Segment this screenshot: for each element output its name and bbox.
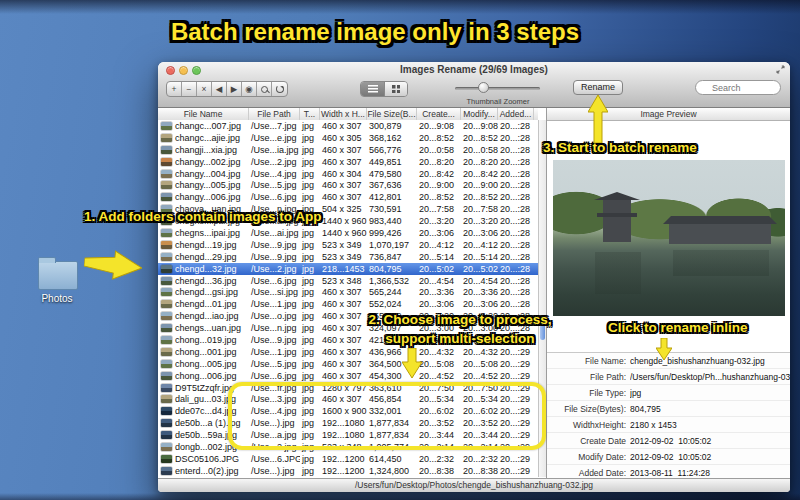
remove-button[interactable]: − (182, 82, 197, 96)
info-field: File Size(Bytes):804,795 (547, 401, 790, 417)
cell-created: 20...5:02 (417, 264, 461, 274)
thumbnail-zoomer-label: Thumbnail Zoomer (448, 97, 548, 106)
close-button[interactable] (166, 66, 175, 75)
cell-created: 20...4:52 (417, 371, 461, 381)
cell-modified: 20...5:08 (461, 359, 498, 369)
search-input[interactable] (695, 80, 781, 95)
info-field: File Type:jpg (547, 385, 790, 401)
list-view-button[interactable] (361, 82, 384, 96)
column-header[interactable]: Create... (417, 108, 461, 120)
cell-created: 20...3:36 (417, 287, 461, 297)
table-row[interactable]: changc...007.jpg/Use...7.jpgjpg460 x 307… (158, 120, 538, 132)
cell-file-name: DSC05106.JPG (158, 454, 249, 464)
cell-added: 20...:28 (498, 216, 534, 226)
table-row[interactable]: chengd...gsi.jpg/Use...si.jpgjpg460 x 30… (158, 286, 538, 298)
table-row[interactable]: chengd...19.jpg/Use...9.jpgjpg523 x 3491… (158, 239, 538, 251)
cell-modified: 20...5:14 (461, 252, 498, 262)
column-header[interactable]: File Size(B... (367, 108, 417, 120)
file-thumbnail (161, 193, 172, 201)
table-row[interactable]: changc...ajie.jpg/Use...e.jpgjpg460 x 30… (158, 132, 538, 144)
file-name-text: D9T5tZzqfr.jpg (175, 383, 234, 393)
cell-file-name: chengd...19.jpg (158, 240, 249, 250)
delete-button[interactable]: × (197, 82, 212, 96)
cell-type: jpg (300, 347, 320, 357)
cell-created: 20...3:06 (417, 228, 461, 238)
table-row[interactable]: chengd...32.jpg/Use...2.jpgjpg218...1453… (158, 263, 538, 275)
cell-file-path: /Use...6.jpg (249, 276, 300, 286)
table-row[interactable]: chengd...01.jpg/Use...1.jpgjpg460 x 3075… (158, 298, 538, 310)
table-row[interactable]: changy...005.jpg/Use...5.jpgjpg460 x 307… (158, 179, 538, 191)
zoom-window-button[interactable] (192, 66, 201, 75)
zoom-button[interactable] (257, 82, 272, 96)
table-row[interactable]: chegns...ipai.jpg/Use...ai.jpgjpg1440 x … (158, 227, 538, 239)
column-header[interactable]: File Path (249, 108, 300, 120)
cell-file-name: chengd...29.jpg (158, 252, 249, 262)
column-header[interactable]: T... (300, 108, 320, 120)
file-thumbnail (161, 384, 172, 392)
photos-folder-icon[interactable] (38, 261, 78, 290)
cell-modified: 20...4:12 (461, 240, 498, 250)
column-header[interactable]: Width x H... (320, 108, 367, 120)
table-row[interactable]: chengd...36.jpg/Use...6.jpgjpg523 x 3481… (158, 275, 538, 287)
table-row[interactable]: changji...xia.jpg/Use...ia.jpgjpg460 x 3… (158, 144, 538, 156)
next-button[interactable]: ▶ (227, 82, 242, 96)
cell-file-path: /Use...n.jpg (249, 323, 300, 333)
column-header[interactable]: Added... (498, 108, 534, 120)
cell-type: jpg (300, 228, 320, 238)
cell-dimensions: 523 x 349 (320, 252, 367, 262)
minimize-button[interactable] (179, 66, 188, 75)
table-row[interactable]: changy...006.jpg/Use...6.jpgjpg460 x 307… (158, 191, 538, 203)
info-field-label: WidthxHeight: (547, 420, 630, 430)
table-row[interactable]: chengd...29.jpg/Use...9.jpgjpg523 x 3497… (158, 251, 538, 263)
file-thumbnail (161, 229, 172, 237)
table-row[interactable]: changy...004.jpg/Use...4.jpgjpg460 x 304… (158, 168, 538, 180)
table-row[interactable]: changy...002.jpg/Use...2.jpgjpg460 x 307… (158, 156, 538, 168)
file-thumbnail (161, 360, 172, 368)
cell-file-size: 1,366,532 (367, 276, 417, 286)
cell-file-name: chong...001.jpg (158, 347, 249, 357)
cell-added: 20...:28 (498, 264, 534, 274)
preview-panel-title: Image Preview (547, 108, 790, 121)
cell-file-name: enterd...0(2).jpg (158, 466, 249, 476)
rename-button[interactable]: Rename (573, 80, 623, 95)
thumbnail-zoomer-knob[interactable] (478, 82, 489, 93)
cell-added: 20...:29 (498, 347, 534, 357)
view-mode-segmented-control (360, 81, 408, 97)
thumbnail-zoomer-slider[interactable] (455, 87, 540, 90)
cell-file-path: /Use...o.jpg (249, 311, 300, 321)
quicklook-button[interactable]: ◉ (242, 82, 257, 96)
add-button[interactable]: + (167, 82, 182, 96)
file-thumbnail (161, 467, 172, 475)
table-row[interactable]: chong...005.jpg/Use...5.jpgjpg460 x 3073… (158, 358, 538, 370)
column-header[interactable]: File Name (158, 108, 249, 120)
cell-file-name: changji...xia.jpg (158, 145, 249, 155)
table-row[interactable]: chong...006.jpg/Use...6.jpgjpg460 x 3074… (158, 370, 538, 382)
cell-dimensions: 504 x 325 (320, 204, 367, 214)
refresh-button[interactable] (272, 82, 287, 96)
cell-created: 20...4:54 (417, 276, 461, 286)
cell-modified: 20...0:58 (461, 145, 498, 155)
cell-added: 20...:28 (498, 252, 534, 262)
info-field-value[interactable]: chengde_bishushanzhuang-032.jpg (630, 356, 790, 366)
cell-type: jpg (300, 299, 320, 309)
cell-file-name: chong...005.jpg (158, 359, 249, 369)
info-field-label: File Size(Bytes): (547, 404, 630, 414)
cell-modified: 20...4:52 (461, 371, 498, 381)
table-row[interactable]: DSC05106.JPG/Use...6.JPGjpg192...1200614… (158, 453, 538, 465)
photo-reflection (595, 252, 641, 294)
previous-button[interactable]: ◀ (212, 82, 227, 96)
file-name-text: changy...004.jpg (175, 169, 240, 179)
file-thumbnail (161, 288, 172, 296)
cell-file-size: 1,070,197 (367, 240, 417, 250)
column-header[interactable]: Modify... (461, 108, 498, 120)
table-row[interactable]: enterd...0(2).jpg/Use...).jpgjpg192...12… (158, 465, 538, 477)
info-field-value: 2013-08-11 11:24:28 (630, 468, 790, 478)
fullscreen-icon[interactable] (776, 65, 785, 74)
file-thumbnail (161, 122, 172, 130)
file-name-text: changy...005.jpg (175, 180, 240, 190)
grid-view-button[interactable] (384, 82, 407, 96)
cell-file-size: 736,847 (367, 252, 417, 262)
annotation-step2-line2: support multi-selection (348, 329, 572, 348)
file-name-text: chengd...01.jpg (175, 299, 237, 309)
cell-file-path: /Use...1.jpg (249, 299, 300, 309)
